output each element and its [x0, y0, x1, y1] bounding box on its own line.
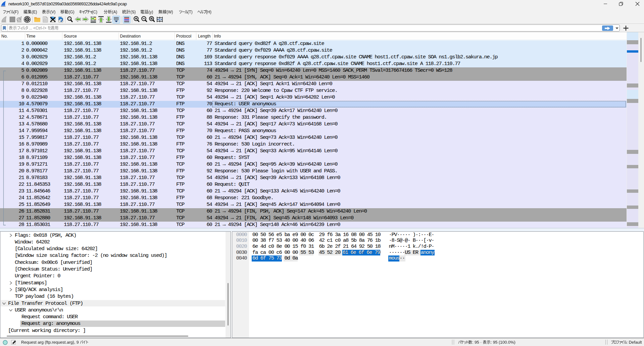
svg-text:010: 010: [44, 19, 47, 22]
